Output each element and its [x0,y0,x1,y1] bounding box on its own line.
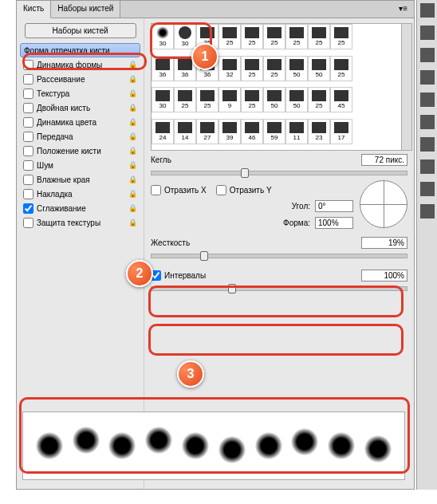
lock-icon: 🔒 [128,118,137,126]
brush-tip-cell[interactable]: 25 [241,24,263,49]
sidebar-item-buildup[interactable]: Накладка🔒 [20,187,140,201]
brush-tip-cell[interactable]: 25 [196,87,218,112]
spacing-input[interactable]: 100% [361,270,407,282]
grid-scrollbar[interactable] [401,23,412,151]
angle-input[interactable]: 0° [315,200,353,212]
brush-tip-cell[interactable]: 30 [152,87,174,112]
checkbox[interactable] [23,146,33,156]
brush-tip-cell[interactable]: 25 [196,24,218,49]
brush-tip-cell[interactable]: 46 [241,119,263,144]
brush-tip-cell[interactable]: 25 [330,24,352,49]
checkbox[interactable] [23,74,33,85]
brush-tip-cell[interactable]: 59 [263,119,285,144]
checkbox[interactable] [23,60,33,70]
checkbox[interactable] [23,160,33,171]
sidebar-item-brush-pose[interactable]: Положение кисти🔒 [20,144,140,158]
flip-y-checkbox[interactable] [216,185,226,195]
sidebar-item-noise[interactable]: Шум🔒 [20,158,140,172]
tool-icon[interactable] [420,26,435,40]
tool-icon[interactable] [420,70,435,85]
brush-tip-cell[interactable]: 25 [263,24,285,49]
brush-tip-cell[interactable]: 45 [330,87,352,112]
brush-tip-cell[interactable]: 50 [263,87,285,112]
brush-tip-cell[interactable]: 9 [218,87,241,112]
brush-tip-grid[interactable]: 3030252525252525253636363225255050253025… [151,23,407,151]
tool-icon[interactable] [420,159,435,174]
sidebar-item-label: Динамика формы [37,61,102,69]
tab-brush[interactable]: Кисть [17,1,51,18]
tool-icon[interactable] [420,48,435,62]
brush-tip-cell[interactable]: 25 [330,56,352,81]
brush-tip-cell[interactable]: 27 [196,119,218,144]
size-slider[interactable] [151,171,407,175]
sidebar-item-scattering[interactable]: Рассеивание🔒 [20,72,140,86]
hardness-input[interactable]: 19% [361,237,407,249]
brush-tip-cell[interactable]: 23 [308,119,330,144]
brush-tip-cell[interactable]: 50 [285,56,308,81]
tool-icon[interactable] [420,3,435,18]
lock-icon: 🔒 [128,147,137,155]
checkbox[interactable] [23,117,33,128]
tool-icon[interactable] [420,204,435,219]
checkbox[interactable] [23,89,33,99]
checkbox[interactable] [23,189,33,199]
brush-tip-cell[interactable]: 25 [285,24,308,49]
brush-tip-cell[interactable]: 36 [196,56,218,81]
brush-tip-cell[interactable]: 50 [285,87,308,112]
panel-menu-icon[interactable]: ▾≡ [392,1,414,18]
brush-sets-button[interactable]: Наборы кистей [25,23,136,38]
sidebar-item-color-dynamics[interactable]: Динамика цвета🔒 [20,115,140,129]
size-input[interactable]: 72 пикс. [361,154,407,166]
checkbox[interactable] [23,203,33,214]
brush-tip-cell[interactable]: 11 [285,119,308,144]
sidebar-item-protect-texture[interactable]: Защита текстуры🔒 [20,215,140,230]
hardness-slider[interactable] [151,254,407,258]
brush-tip-cell[interactable]: 25 [263,56,285,81]
sidebar-item-label: Накладка [37,190,73,199]
spacing-slider[interactable] [151,286,407,291]
slider-thumb[interactable] [200,251,208,261]
brush-tip-cell[interactable]: 25 [218,24,241,49]
brush-tip-cell[interactable]: 25 [241,56,263,81]
sidebar-item-smoothing[interactable]: Сглаживание🔒 [20,201,140,215]
sidebar-item-transfer[interactable]: Передача🔒 [20,129,140,144]
slider-thumb[interactable] [228,284,236,293]
slider-thumb[interactable] [241,168,249,178]
sidebar-item-texture[interactable]: Текстура🔒 [20,86,140,100]
tool-icon[interactable] [420,93,435,107]
brush-tip-cell[interactable]: 39 [218,119,241,144]
preview-dot [291,428,318,455]
angle-compass[interactable] [360,180,407,228]
sidebar-item-label: Положение кисти [37,147,101,156]
tab-brush-sets[interactable]: Наборы кистей [51,1,120,18]
brush-tip-cell[interactable]: 30 [152,24,174,49]
brush-tip-cell[interactable]: 30 [174,24,196,49]
hardness-label: Жесткость [151,238,190,247]
sidebar-item-wet-edges[interactable]: Влажные края🔒 [20,172,140,187]
checkbox[interactable] [23,103,33,113]
brush-tip-cell[interactable]: 36 [152,56,174,81]
flip-x-checkbox[interactable] [151,185,161,195]
brush-tip-cell[interactable]: 17 [330,119,352,144]
tool-icon[interactable] [420,137,435,152]
tool-icon[interactable] [420,182,435,196]
tool-icon[interactable] [420,115,435,129]
brush-tip-cell[interactable]: 24 [152,119,174,144]
checkbox[interactable] [23,175,33,185]
sidebar-item-tip-shape[interactable]: Форма отпечатка кисти [20,43,140,57]
checkbox[interactable] [23,132,33,142]
brush-tip-cell[interactable]: 25 [308,24,330,49]
spacing-checkbox[interactable] [151,270,161,281]
brush-tip-cell[interactable]: 25 [241,87,263,112]
brush-tip-cell[interactable]: 25 [308,87,330,112]
brush-tip-cell[interactable]: 50 [308,56,330,81]
brush-tip-cell[interactable]: 36 [174,56,196,81]
brush-tip-cell[interactable]: 32 [218,56,241,81]
brush-tip-cell[interactable]: 14 [174,119,196,144]
checkbox[interactable] [23,218,33,228]
lock-icon: 🔒 [128,175,137,183]
brush-tip-cell[interactable]: 25 [174,87,196,112]
shape-input[interactable]: 100% [315,217,353,229]
sidebar-item-dual-brush[interactable]: Двойная кисть🔒 [20,100,140,115]
sidebar-item-shape-dynamics[interactable]: Динамика формы🔒 [20,57,140,72]
